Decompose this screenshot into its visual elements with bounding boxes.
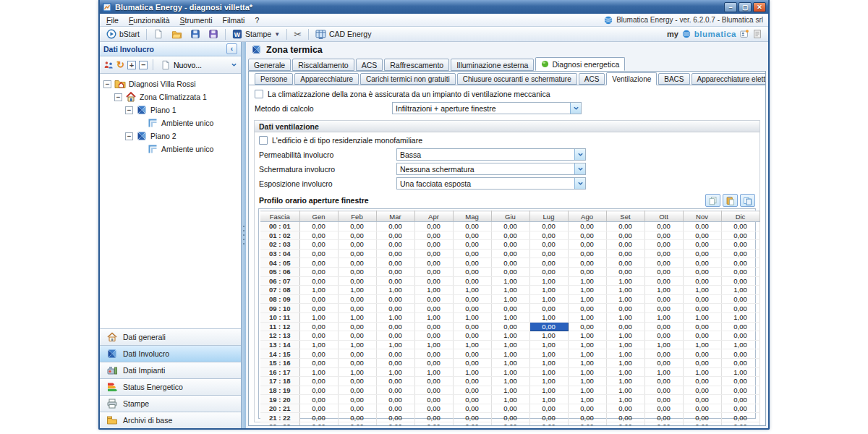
profile-cell[interactable]: 0,00 <box>721 231 760 240</box>
chevron-down-icon[interactable] <box>574 163 585 174</box>
profile-cell[interactable]: 0,00 <box>414 331 453 341</box>
profile-cell[interactable]: 0,00 <box>683 322 721 331</box>
profile-cell[interactable]: 0,00 <box>414 231 453 240</box>
profile-cell[interactable]: 1,00 <box>414 340 453 349</box>
row-header-fascia[interactable]: 02 : 03 <box>260 240 299 250</box>
profile-cell[interactable]: 0,00 <box>606 258 644 268</box>
tab-bacs[interactable]: BACS <box>658 73 689 85</box>
profile-cell[interactable]: 1,00 <box>453 312 491 322</box>
profile-cell[interactable]: 0,00 <box>338 322 376 331</box>
profile-cell[interactable]: 0,00 <box>453 358 491 367</box>
schermatura-involucro-select[interactable]: Nessuna schermatura <box>396 163 586 175</box>
profile-cell[interactable]: 0,00 <box>453 304 491 313</box>
profile-cell[interactable]: 0,00 <box>644 267 683 276</box>
profile-cell[interactable]: 0,00 <box>491 231 529 240</box>
save-all-button[interactable] <box>205 28 222 40</box>
tab-acs[interactable]: ACS <box>356 59 383 71</box>
row-header-fascia[interactable]: 05 : 06 <box>260 267 299 276</box>
tab-persone[interactable]: Persone <box>255 73 293 85</box>
tab-apparecchiature-elettriche[interactable]: Apparecchiature elettriche <box>692 73 767 85</box>
tree-node[interactable]: Ambiente unico <box>101 116 239 129</box>
profile-cell[interactable]: 0,00 <box>721 358 760 367</box>
profile-cell[interactable]: 1,00 <box>529 340 568 349</box>
row-header-fascia[interactable]: 16 : 17 <box>260 367 299 377</box>
profile-cell[interactable]: 0,00 <box>338 404 376 413</box>
copy2-button[interactable] <box>740 194 755 207</box>
paste-button[interactable] <box>723 194 738 207</box>
profile-cell[interactable]: 0,00 <box>644 322 683 331</box>
profile-cell[interactable]: 0,00 <box>644 422 683 426</box>
profile-cell[interactable]: 0,00 <box>414 377 453 386</box>
minimize-button[interactable]: – <box>724 2 737 12</box>
column-header-mag[interactable]: Mag <box>453 211 491 222</box>
profile-cell[interactable]: 0,00 <box>299 258 338 268</box>
profile-cell[interactable]: 0,00 <box>453 322 491 331</box>
row-header-fascia[interactable]: 20 : 21 <box>260 404 299 413</box>
column-header-giu[interactable]: Giu <box>491 211 529 222</box>
profile-cell[interactable]: 0,00 <box>491 404 529 413</box>
profile-cell[interactable]: 0,00 <box>453 404 491 413</box>
profile-cell[interactable]: 0,00 <box>376 349 414 359</box>
profile-cell[interactable]: 1,00 <box>644 340 683 349</box>
profile-cell[interactable]: 1,00 <box>338 367 376 377</box>
profile-cell[interactable]: 0,00 <box>414 395 453 404</box>
profile-cell[interactable]: 0,00 <box>376 331 414 341</box>
profile-cell[interactable]: 0,00 <box>644 358 683 367</box>
menu-item[interactable]: Strumenti <box>175 15 218 25</box>
metodo-di-calcolo-select[interactable]: Infiltrazioni + aperture finestre <box>392 102 582 114</box>
profile-cell[interactable]: 0,00 <box>683 377 721 386</box>
profile-cell[interactable]: 0,00 <box>644 231 683 240</box>
profile-cell[interactable]: 0,00 <box>644 386 683 395</box>
profile-cell[interactable]: 0,00 <box>299 349 338 359</box>
refresh-icon[interactable]: ↻ <box>116 60 124 69</box>
profile-cell[interactable]: 0,00 <box>414 267 453 276</box>
title-bar[interactable]: Blumatica Energy - diagnosi villetta* – … <box>100 0 768 14</box>
profile-cell[interactable]: 0,00 <box>568 304 606 313</box>
group-by-icon[interactable] <box>103 60 114 70</box>
profile-cell[interactable]: 1,00 <box>606 331 644 341</box>
profile-cell[interactable]: 1,00 <box>414 367 453 377</box>
profile-cell[interactable]: 0,00 <box>683 358 721 367</box>
profile-cell[interactable]: 0,00 <box>721 404 760 413</box>
menu-item[interactable]: Funzionalità <box>124 15 175 25</box>
profile-cell[interactable]: 0,00 <box>299 386 338 395</box>
esposizione-involucro-select[interactable]: Una facciata esposta <box>396 177 586 190</box>
profile-cell[interactable]: 0,00 <box>529 258 568 268</box>
profile-cell[interactable]: 0,00 <box>414 349 453 359</box>
profile-cell[interactable]: 0,00 <box>453 413 491 422</box>
profile-cell[interactable]: 0,00 <box>721 322 760 331</box>
profile-cell[interactable]: 0,00 <box>453 267 491 276</box>
profile-cell[interactable]: 1,00 <box>606 349 644 359</box>
profile-cell[interactable]: 0,00 <box>299 304 338 313</box>
profile-cell[interactable]: 0,00 <box>338 258 376 268</box>
column-header-dic[interactable]: Dic <box>721 211 760 222</box>
profile-cell[interactable]: 0,00 <box>376 395 414 404</box>
new-button[interactable] <box>150 28 167 40</box>
profile-cell[interactable]: 0,00 <box>299 413 338 422</box>
profile-cell[interactable]: 0,00 <box>491 222 529 231</box>
profile-cell[interactable]: 0,00 <box>338 331 376 341</box>
collapse-left-icon[interactable]: ‹ <box>226 43 237 54</box>
profile-cell[interactable]: 0,00 <box>338 395 376 404</box>
profile-cell[interactable]: 1,00 <box>491 312 529 322</box>
profile-cell[interactable]: 0,00 <box>529 422 568 426</box>
profile-cell[interactable]: 1,00 <box>568 367 606 377</box>
row-header-fascia[interactable]: 06 : 07 <box>260 276 299 286</box>
bstart-button[interactable]: bStart <box>103 28 143 40</box>
sidebar-item-status-energetico[interactable]: Status Energetico <box>100 378 241 395</box>
profile-cell[interactable]: 0,00 <box>453 231 491 240</box>
profile-cell[interactable]: 0,00 <box>376 249 414 258</box>
row-header-fascia[interactable]: 04 : 05 <box>260 258 299 268</box>
profile-cell[interactable]: 0,00 <box>376 322 414 331</box>
profile-cell[interactable]: 0,00 <box>338 231 376 240</box>
profile-cell[interactable]: 0,00 <box>721 304 760 313</box>
profile-cell[interactable]: 1,00 <box>491 377 529 386</box>
profile-cell[interactable]: 0,00 <box>338 240 376 250</box>
tree-collapse-icon[interactable]: − <box>125 132 133 140</box>
profile-cell[interactable]: 0,00 <box>376 276 414 286</box>
profile-cell[interactable]: 1,00 <box>568 395 606 404</box>
profile-cell[interactable]: 0,00 <box>376 413 414 422</box>
profile-cell[interactable]: 0,00 <box>414 258 453 268</box>
profile-cell[interactable]: 1,00 <box>491 349 529 359</box>
profile-cell[interactable]: 0,00 <box>683 395 721 404</box>
